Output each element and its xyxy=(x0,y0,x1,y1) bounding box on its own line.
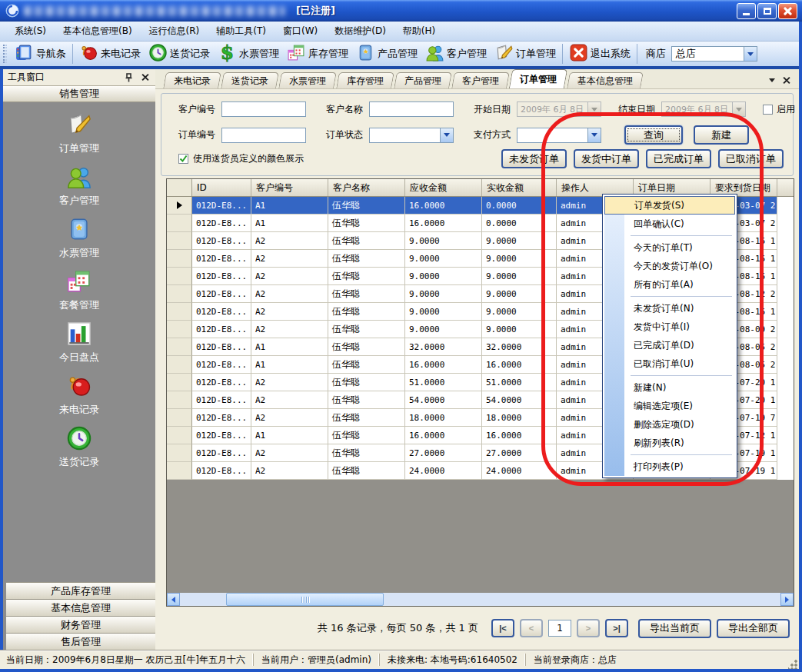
pin-icon[interactable] xyxy=(123,72,135,83)
tab-水票管理[interactable]: 水票管理 xyxy=(278,72,337,88)
first-page-button[interactable]: |< xyxy=(491,619,514,637)
close-icon[interactable] xyxy=(139,72,151,83)
customer-name-input[interactable] xyxy=(369,101,454,117)
sidebar-section-bar[interactable]: 售后管理 xyxy=(6,633,155,650)
export-current-page-button[interactable]: 导出当前页 xyxy=(638,619,711,638)
order-pen-icon xyxy=(494,43,514,65)
scroll-left-icon[interactable] xyxy=(167,593,180,606)
menubar-item[interactable]: 辅助工具(T) xyxy=(208,22,275,41)
toolbar-button-nav-book[interactable]: 导航条 xyxy=(11,42,70,66)
context-menu-item[interactable]: 发货中订单(I) xyxy=(604,318,735,336)
sidebar-item-users[interactable]: 客户管理 xyxy=(59,164,99,208)
toolbar-button-users[interactable]: 客户管理 xyxy=(421,42,491,66)
status-filter-button[interactable]: 已完成订单 xyxy=(646,149,711,168)
scrollbar-thumb[interactable] xyxy=(226,593,384,606)
status-filter-button[interactable]: 未发货订单 xyxy=(501,149,567,168)
tab-list-dropdown-icon[interactable] xyxy=(769,78,775,82)
order-status-select[interactable] xyxy=(369,128,454,143)
context-menu-item[interactable]: 回单确认(C) xyxy=(604,215,735,233)
context-menu-item[interactable]: 已完成订单(D) xyxy=(604,336,735,354)
context-menu-item[interactable]: 所有的订单(A) xyxy=(604,275,735,294)
sidebar-item-clock[interactable]: 送货记录 xyxy=(59,425,99,469)
order-no-input[interactable] xyxy=(221,128,306,143)
sidebar-section-sales[interactable]: 销售管理 xyxy=(3,86,155,102)
color-display-checkbox[interactable] xyxy=(178,154,188,164)
menubar-item[interactable]: 窗口(W) xyxy=(275,22,326,41)
menubar-item[interactable]: 运行信息(R) xyxy=(141,22,208,41)
context-menu-item[interactable]: 未发货订单(N) xyxy=(604,299,735,318)
query-button[interactable]: 查询 xyxy=(624,125,683,145)
context-menu-item[interactable]: 今天的订单(T) xyxy=(604,238,735,257)
column-header[interactable]: 实收金额 xyxy=(482,179,557,196)
column-header[interactable]: 应收金额 xyxy=(405,179,482,196)
start-date-picker[interactable]: 2009年 6月 8日 xyxy=(517,101,601,117)
scroll-right-icon[interactable] xyxy=(780,593,794,606)
toolbar-button-exit[interactable]: 退出系统 xyxy=(565,42,634,66)
context-menu-item[interactable]: 新建(N) xyxy=(604,378,735,397)
sidebar-item-chart[interactable]: 今日盘点 xyxy=(59,321,99,364)
toolbar-button-clock[interactable]: 送货记录 xyxy=(145,42,214,66)
column-header[interactable]: 客户名称 xyxy=(328,179,405,196)
tab-基本信息管理[interactable]: 基本信息管理 xyxy=(567,72,644,88)
toolbar-button-order-pen[interactable]: 订单管理 xyxy=(491,42,560,66)
chevron-down-icon[interactable] xyxy=(744,47,757,61)
horizontal-scrollbar[interactable] xyxy=(167,593,794,606)
tab-库存管理[interactable]: 库存管理 xyxy=(336,72,394,88)
tab-close-icon[interactable] xyxy=(783,77,790,84)
tab-产品管理[interactable]: 产品管理 xyxy=(394,72,452,88)
context-menu-item[interactable]: 打印列表(P) xyxy=(604,457,735,476)
context-menu-item[interactable]: 今天的发货订单(O) xyxy=(604,257,735,275)
menubar-item[interactable]: 基本信息管理(B) xyxy=(55,22,141,41)
resize-grip[interactable] xyxy=(788,660,797,669)
cell-customer_name: 伍华聪 xyxy=(328,303,405,321)
minimize-button[interactable] xyxy=(737,3,756,19)
tab-客户管理[interactable]: 客户管理 xyxy=(451,72,510,88)
sidebar-item-bell[interactable]: 来电记录 xyxy=(59,373,99,417)
enable-label: 启用 xyxy=(777,103,795,116)
row-selector xyxy=(167,444,192,462)
sidebar-item-product-book[interactable]: 水票管理 xyxy=(59,216,99,260)
toolbar-button-bell[interactable]: 来电记录 xyxy=(75,42,145,66)
page-number-input[interactable]: 1 xyxy=(548,620,571,637)
context-menu-item[interactable]: 已取消订单(U) xyxy=(604,354,735,373)
context-menu-item[interactable]: 编辑选定项(E) xyxy=(604,397,735,415)
end-date-picker[interactable]: 2009年 6月 8日 xyxy=(661,101,746,117)
context-menu-item[interactable]: 刷新列表(R) xyxy=(604,434,735,452)
close-button[interactable] xyxy=(778,3,797,19)
cell-customer_no: A1 xyxy=(251,427,328,444)
column-header[interactable]: 客户编号 xyxy=(251,179,328,196)
pay-method-label: 支付方式 xyxy=(474,128,511,141)
toolbar-button-calendar[interactable]: 库存管理 xyxy=(283,42,352,66)
menubar-item[interactable]: 系统(S) xyxy=(6,22,55,41)
last-page-button[interactable]: >| xyxy=(605,619,628,637)
row-selector xyxy=(167,356,192,374)
context-menu-item[interactable]: 删除选定项(D) xyxy=(604,415,735,434)
new-button[interactable]: 新建 xyxy=(694,125,749,145)
tab-来电记录[interactable]: 来电记录 xyxy=(163,72,221,88)
enable-checkbox[interactable] xyxy=(763,105,773,115)
scrollbar-track[interactable] xyxy=(180,593,780,606)
status-filter-button[interactable]: 已取消订单 xyxy=(718,149,784,168)
tab-订单管理[interactable]: 订单管理 xyxy=(509,69,567,88)
menubar-item[interactable]: 数据维护(D) xyxy=(326,22,394,41)
toolbar-button-dollar[interactable]: $水票管理 xyxy=(214,42,283,66)
tab-送货记录[interactable]: 送货记录 xyxy=(221,72,279,88)
shop-combobox[interactable]: 总店 xyxy=(671,46,757,62)
column-header[interactable]: ID xyxy=(192,179,251,196)
sidebar-section-bar[interactable]: 基本信息管理 xyxy=(6,599,155,616)
menubar-item[interactable]: 帮助(H) xyxy=(394,22,444,41)
pay-method-select[interactable] xyxy=(517,128,601,143)
sidebar-item-order-pen[interactable]: 订单管理 xyxy=(59,111,99,155)
sidebar-section-bar[interactable]: 产品库存管理 xyxy=(6,582,155,599)
customer-no-input[interactable] xyxy=(221,101,306,117)
export-all-pages-button[interactable]: 导出全部页 xyxy=(717,619,790,638)
status-filter-button[interactable]: 发货中订单 xyxy=(574,149,639,168)
prev-page-button[interactable]: < xyxy=(520,619,543,637)
toolbar-button-product-book[interactable]: 产品管理 xyxy=(352,42,421,66)
sidebar-section-bar[interactable]: 财务管理 xyxy=(6,616,155,633)
sidebar-item-calendar[interactable]: 套餐管理 xyxy=(59,268,99,312)
next-page-button[interactable]: > xyxy=(577,619,600,637)
toolbar-grip[interactable] xyxy=(3,45,7,63)
context-menu-item[interactable]: 订单发货(S) xyxy=(604,196,735,215)
maximize-button[interactable] xyxy=(757,3,777,19)
